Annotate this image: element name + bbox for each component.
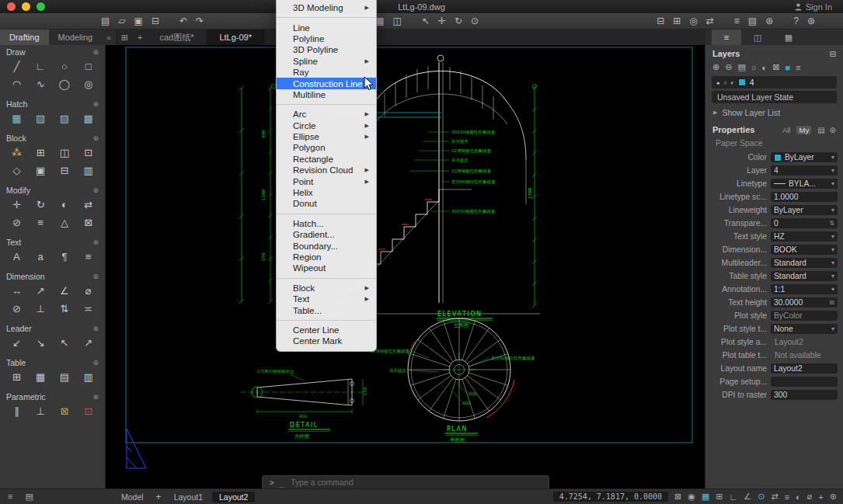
- layout-tab-layout2[interactable]: Layout2: [212, 492, 255, 502]
- property-field-color[interactable]: ByLayer▾: [771, 152, 838, 162]
- property-field-text-style[interactable]: HZ▾: [771, 231, 838, 242]
- property-field-annotation[interactable]: 1:1▾: [771, 284, 838, 294]
- leader-align-icon[interactable]: ↗: [79, 335, 98, 350]
- show-layer-list[interactable]: ▶ Show Layer List: [705, 106, 843, 121]
- perpendicular-constraint-icon[interactable]: ⊥: [31, 403, 50, 419]
- filter-my-button[interactable]: My: [796, 126, 811, 134]
- property-field-text-height[interactable]: 30.0000⊞: [771, 297, 838, 308]
- hatch-pattern-icon[interactable]: ▦: [7, 110, 26, 126]
- base-point-icon[interactable]: ⊟: [55, 162, 74, 178]
- section-gear-icon[interactable]: ⊛: [92, 134, 99, 142]
- layer-freeze-icon[interactable]: ◐: [762, 63, 768, 72]
- save-icon[interactable]: ▣: [134, 16, 143, 26]
- lock-ui-icon[interactable]: ⊠: [674, 492, 681, 502]
- table-icon[interactable]: ⊞: [7, 369, 26, 384]
- layers-panel-icon[interactable]: ≡: [734, 16, 740, 26]
- snap-mode-icon[interactable]: ⊞: [716, 492, 723, 502]
- menu-item-text[interactable]: Text▶: [277, 294, 376, 304]
- status-grid-icon[interactable]: ▤: [25, 492, 33, 502]
- named-views-icon[interactable]: ◫: [392, 16, 401, 26]
- table-export-icon[interactable]: ▤: [55, 369, 74, 384]
- define-attribute-icon[interactable]: ▣: [31, 162, 50, 178]
- single-line-text-icon[interactable]: a: [31, 249, 50, 264]
- panel-collapse-icon[interactable]: ⊟: [830, 50, 836, 58]
- layer-states-icon[interactable]: ▤: [737, 62, 745, 72]
- lock-constraint-icon[interactable]: ⊠: [55, 403, 74, 419]
- array-icon[interactable]: ≡: [31, 214, 50, 230]
- arc-icon[interactable]: ◠: [7, 76, 26, 92]
- field-button-icon[interactable]: ⊞: [829, 299, 834, 306]
- layers-palette-tab[interactable]: ≡: [712, 30, 741, 45]
- diameter-dim-icon[interactable]: ⌀: [79, 283, 98, 298]
- menu-item-ray[interactable]: Ray: [277, 67, 376, 78]
- customization-gear-icon[interactable]: ⊛: [830, 492, 837, 502]
- property-field-dimension[interactable]: BOOK▾: [771, 245, 838, 255]
- layer-color-icon[interactable]: ■: [785, 63, 790, 72]
- collapse-sidebar-icon[interactable]: «: [102, 30, 116, 45]
- layout-tab-layout1[interactable]: Layout1: [167, 492, 210, 502]
- new-tab-button[interactable]: +: [133, 30, 147, 45]
- move-icon[interactable]: ✛: [7, 196, 26, 212]
- menu-item-spline[interactable]: Spline▶: [277, 56, 376, 67]
- menu-item-center-line[interactable]: Center Line: [277, 325, 376, 335]
- redo-icon[interactable]: ↷: [196, 16, 204, 26]
- menu-item-circle[interactable]: Circle▶: [277, 120, 376, 131]
- property-field-page-setup[interactable]: [771, 377, 838, 387]
- menu-item-rectangle[interactable]: Rectangle: [277, 154, 376, 165]
- object-snap-icon[interactable]: ⊙: [758, 492, 765, 502]
- print-icon[interactable]: ⊟: [152, 16, 159, 26]
- layer-color-swatch[interactable]: [738, 78, 746, 86]
- pan-icon[interactable]: ✛: [438, 16, 446, 26]
- menu-item-polyline[interactable]: Polyline: [277, 33, 376, 44]
- group-icon[interactable]: ▥: [79, 162, 98, 178]
- zoom-icon[interactable]: ⊙: [471, 16, 479, 26]
- fix-constraint-icon[interactable]: ⊡: [79, 403, 98, 419]
- insert-block-icon[interactable]: ⁂: [7, 144, 26, 160]
- document-tab-ltlg-09[interactable]: LtLg-09*: [207, 30, 265, 45]
- trim-icon[interactable]: ⊠: [79, 214, 98, 230]
- select-cursor-icon[interactable]: ↖: [422, 16, 430, 26]
- menu-item-wipeout[interactable]: Wipeout: [277, 262, 376, 273]
- minimize-window-button[interactable]: [22, 2, 30, 11]
- status-list-icon[interactable]: ≡: [8, 492, 12, 502]
- section-gear-icon[interactable]: ⊛: [92, 325, 99, 332]
- property-field-layer[interactable]: 4▾: [771, 165, 838, 176]
- properties-settings-icon[interactable]: ⊛: [830, 126, 836, 134]
- menu-item-arc[interactable]: Arc▶: [277, 109, 376, 120]
- tool-sets-icon[interactable]: ⊛: [765, 16, 773, 26]
- workspace-tab-modeling[interactable]: Modeling: [49, 30, 103, 45]
- menu-item-multiline[interactable]: Multiline: [277, 89, 376, 100]
- section-gear-icon[interactable]: ⊛: [92, 273, 99, 280]
- angular-dim-icon[interactable]: ∠: [55, 283, 74, 298]
- ortho-mode-icon[interactable]: ∟: [730, 492, 738, 502]
- line-icon[interactable]: ╱: [7, 58, 26, 74]
- baseline-dim-icon[interactable]: ⇅: [55, 301, 74, 316]
- layer-state-dropdown[interactable]: Unsaved Layer State: [712, 91, 837, 103]
- drawing-canvas[interactable]: 900 1200 150 2700: [105, 45, 705, 489]
- leader-edit-icon[interactable]: ↖: [55, 335, 74, 350]
- filter-all-button[interactable]: All: [780, 126, 793, 134]
- text-style-icon[interactable]: ≡: [79, 249, 98, 264]
- settings-gear-icon[interactable]: ⊛: [807, 16, 815, 26]
- materials-palette-tab[interactable]: ▦: [774, 30, 803, 45]
- annotation-scale-icon[interactable]: ⌀: [807, 492, 813, 502]
- orbit-icon[interactable]: ↻: [455, 16, 462, 26]
- spline-icon[interactable]: ∿: [31, 76, 50, 92]
- new-file-icon[interactable]: ▤: [101, 16, 110, 26]
- polyline-icon[interactable]: ∟: [31, 58, 50, 74]
- current-layer-row[interactable]: ●○◐4: [712, 76, 837, 89]
- section-gear-icon[interactable]: ⊛: [92, 186, 99, 194]
- menu-item-3d-modeling[interactable]: 3D Modeling▶: [277, 2, 376, 13]
- circle-icon[interactable]: ○: [55, 58, 74, 74]
- menu-item-revision-cloud[interactable]: Revision Cloud▶: [277, 165, 376, 176]
- menu-item-helix[interactable]: Helix: [277, 187, 376, 198]
- property-field-transpare[interactable]: 0⇅: [771, 218, 838, 228]
- menu-item-center-mark[interactable]: Center Mark: [277, 335, 376, 346]
- layer-filter-icon[interactable]: ≡: [796, 63, 800, 72]
- property-field-lineweight[interactable]: ByLayer▾: [771, 205, 838, 215]
- crosshair-icon[interactable]: +: [818, 492, 823, 502]
- new-layer-icon[interactable]: ⊕: [712, 62, 719, 72]
- menu-item-ellipse[interactable]: Ellipse▶: [277, 131, 376, 142]
- rectangle-icon[interactable]: □: [79, 58, 98, 74]
- table-style-icon[interactable]: ▦: [31, 369, 50, 384]
